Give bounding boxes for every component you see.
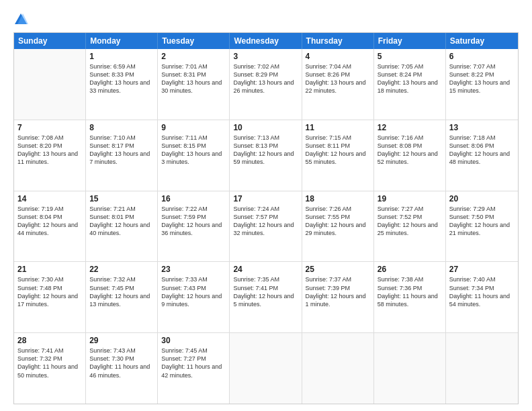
calendar: SundayMondayTuesdayWednesdayThursdayFrid…: [13, 32, 519, 404]
cell-info: Sunrise: 7:13 AM Sunset: 8:13 PM Dayligh…: [233, 134, 298, 167]
cell-info: Sunrise: 7:29 AM Sunset: 7:50 PM Dayligh…: [449, 205, 515, 238]
day-number: 14: [17, 194, 82, 203]
day-number: 2: [161, 52, 226, 61]
cell-info: Sunrise: 7:11 AM Sunset: 8:15 PM Dayligh…: [161, 134, 226, 167]
day-number: 28: [17, 336, 82, 345]
header-day-wednesday: Wednesday: [230, 33, 302, 49]
day-number: 18: [306, 194, 370, 203]
logo: [13, 12, 31, 27]
day-number: 12: [378, 123, 442, 132]
cell-info: Sunrise: 7:02 AM Sunset: 8:29 PM Dayligh…: [233, 62, 298, 95]
cell-info: Sunrise: 7:19 AM Sunset: 8:04 PM Dayligh…: [17, 205, 82, 238]
header-day-friday: Friday: [374, 33, 446, 49]
day-cell-25: 25Sunrise: 7:37 AM Sunset: 7:39 PM Dayli…: [302, 262, 374, 332]
header-day-tuesday: Tuesday: [158, 33, 230, 49]
header-day-sunday: Sunday: [14, 33, 86, 49]
day-cell-18: 18Sunrise: 7:26 AM Sunset: 7:55 PM Dayli…: [302, 191, 374, 262]
day-cell-9: 9Sunrise: 7:11 AM Sunset: 8:15 PM Daylig…: [158, 120, 230, 191]
cell-info: Sunrise: 7:30 AM Sunset: 7:48 PM Dayligh…: [17, 275, 82, 308]
day-number: 16: [161, 194, 226, 203]
day-number: 24: [233, 265, 298, 274]
day-cell-29: 29Sunrise: 7:43 AM Sunset: 7:30 PM Dayli…: [86, 333, 158, 404]
cell-info: Sunrise: 7:07 AM Sunset: 8:22 PM Dayligh…: [449, 62, 515, 95]
day-cell-12: 12Sunrise: 7:16 AM Sunset: 8:08 PM Dayli…: [374, 120, 446, 191]
day-cell-10: 10Sunrise: 7:13 AM Sunset: 8:13 PM Dayli…: [230, 120, 302, 191]
day-number: 4: [306, 52, 370, 61]
calendar-row-1: 1Sunrise: 6:59 AM Sunset: 8:33 PM Daylig…: [14, 49, 518, 120]
cell-info: Sunrise: 7:43 AM Sunset: 7:30 PM Dayligh…: [89, 347, 154, 379]
day-number: 27: [449, 265, 515, 274]
cell-info: Sunrise: 7:04 AM Sunset: 8:26 PM Dayligh…: [306, 62, 370, 95]
day-number: 21: [17, 265, 82, 274]
day-number: 25: [306, 265, 370, 274]
day-number: 8: [89, 123, 154, 132]
day-cell-empty: [446, 333, 518, 404]
cell-info: Sunrise: 7:33 AM Sunset: 7:43 PM Dayligh…: [161, 275, 226, 308]
day-cell-14: 14Sunrise: 7:19 AM Sunset: 8:04 PM Dayli…: [14, 191, 86, 262]
day-cell-empty: [302, 333, 374, 404]
cell-info: Sunrise: 7:27 AM Sunset: 7:52 PM Dayligh…: [378, 205, 442, 238]
day-cell-17: 17Sunrise: 7:24 AM Sunset: 7:57 PM Dayli…: [230, 191, 302, 262]
day-cell-empty: [14, 49, 86, 120]
day-number: 1: [89, 52, 154, 61]
calendar-row-5: 28Sunrise: 7:41 AM Sunset: 7:32 PM Dayli…: [14, 332, 518, 404]
cell-info: Sunrise: 7:35 AM Sunset: 7:41 PM Dayligh…: [233, 275, 298, 308]
day-cell-26: 26Sunrise: 7:38 AM Sunset: 7:36 PM Dayli…: [374, 262, 446, 332]
calendar-row-3: 14Sunrise: 7:19 AM Sunset: 8:04 PM Dayli…: [14, 191, 518, 262]
day-number: 22: [89, 265, 154, 274]
day-number: 26: [378, 265, 442, 274]
header-day-thursday: Thursday: [302, 33, 374, 49]
logo-icon: [13, 12, 28, 27]
day-number: 7: [17, 123, 82, 132]
day-cell-8: 8Sunrise: 7:10 AM Sunset: 8:17 PM Daylig…: [86, 120, 158, 191]
day-cell-16: 16Sunrise: 7:22 AM Sunset: 7:59 PM Dayli…: [158, 191, 230, 262]
cell-info: Sunrise: 7:45 AM Sunset: 7:27 PM Dayligh…: [161, 347, 226, 379]
day-number: 9: [161, 123, 226, 132]
day-number: 15: [89, 194, 154, 203]
cell-info: Sunrise: 7:18 AM Sunset: 8:06 PM Dayligh…: [449, 134, 515, 167]
cell-info: Sunrise: 7:16 AM Sunset: 8:08 PM Dayligh…: [378, 134, 442, 167]
cell-info: Sunrise: 7:01 AM Sunset: 8:31 PM Dayligh…: [161, 62, 226, 95]
day-number: 29: [89, 336, 154, 345]
day-cell-19: 19Sunrise: 7:27 AM Sunset: 7:52 PM Dayli…: [374, 191, 446, 262]
day-cell-empty: [230, 333, 302, 404]
calendar-row-4: 21Sunrise: 7:30 AM Sunset: 7:48 PM Dayli…: [14, 261, 518, 332]
cell-info: Sunrise: 7:40 AM Sunset: 7:34 PM Dayligh…: [449, 275, 515, 308]
cell-info: Sunrise: 7:37 AM Sunset: 7:39 PM Dayligh…: [306, 275, 370, 308]
cell-info: Sunrise: 7:05 AM Sunset: 8:24 PM Dayligh…: [378, 62, 442, 95]
day-cell-15: 15Sunrise: 7:21 AM Sunset: 8:01 PM Dayli…: [86, 191, 158, 262]
day-cell-22: 22Sunrise: 7:32 AM Sunset: 7:45 PM Dayli…: [86, 262, 158, 332]
header-day-saturday: Saturday: [446, 33, 518, 49]
day-number: 17: [233, 194, 298, 203]
day-number: 20: [449, 194, 515, 203]
day-number: 19: [378, 194, 442, 203]
day-cell-30: 30Sunrise: 7:45 AM Sunset: 7:27 PM Dayli…: [158, 333, 230, 404]
day-number: 6: [449, 52, 515, 61]
calendar-row-2: 7Sunrise: 7:08 AM Sunset: 8:20 PM Daylig…: [14, 120, 518, 191]
day-cell-23: 23Sunrise: 7:33 AM Sunset: 7:43 PM Dayli…: [158, 262, 230, 332]
day-cell-13: 13Sunrise: 7:18 AM Sunset: 8:06 PM Dayli…: [446, 120, 518, 191]
day-number: 5: [378, 52, 442, 61]
day-cell-2: 2Sunrise: 7:01 AM Sunset: 8:31 PM Daylig…: [158, 49, 230, 120]
day-number: 3: [233, 52, 298, 61]
day-cell-21: 21Sunrise: 7:30 AM Sunset: 7:48 PM Dayli…: [14, 262, 86, 332]
day-cell-5: 5Sunrise: 7:05 AM Sunset: 8:24 PM Daylig…: [374, 49, 446, 120]
day-number: 10: [233, 123, 298, 132]
page-header: [13, 12, 519, 27]
day-cell-20: 20Sunrise: 7:29 AM Sunset: 7:50 PM Dayli…: [446, 191, 518, 262]
day-cell-1: 1Sunrise: 6:59 AM Sunset: 8:33 PM Daylig…: [86, 49, 158, 120]
day-cell-24: 24Sunrise: 7:35 AM Sunset: 7:41 PM Dayli…: [230, 262, 302, 332]
cell-info: Sunrise: 7:26 AM Sunset: 7:55 PM Dayligh…: [306, 205, 370, 238]
day-cell-27: 27Sunrise: 7:40 AM Sunset: 7:34 PM Dayli…: [446, 262, 518, 332]
cell-info: Sunrise: 7:24 AM Sunset: 7:57 PM Dayligh…: [233, 205, 298, 238]
day-cell-28: 28Sunrise: 7:41 AM Sunset: 7:32 PM Dayli…: [14, 333, 86, 404]
cell-info: Sunrise: 7:41 AM Sunset: 7:32 PM Dayligh…: [17, 347, 82, 379]
day-number: 30: [161, 336, 226, 345]
cell-info: Sunrise: 7:10 AM Sunset: 8:17 PM Dayligh…: [89, 134, 154, 167]
header-day-monday: Monday: [86, 33, 158, 49]
day-cell-6: 6Sunrise: 7:07 AM Sunset: 8:22 PM Daylig…: [446, 49, 518, 120]
day-number: 13: [449, 123, 515, 132]
day-cell-empty: [374, 333, 446, 404]
day-cell-11: 11Sunrise: 7:15 AM Sunset: 8:11 PM Dayli…: [302, 120, 374, 191]
day-number: 11: [306, 123, 370, 132]
